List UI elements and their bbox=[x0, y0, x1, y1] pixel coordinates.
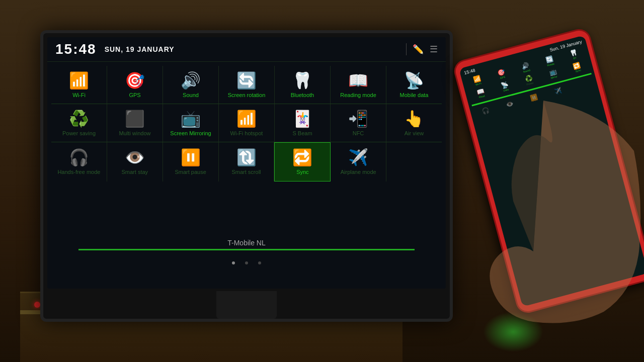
sync-toggle[interactable]: 🔁 Sync bbox=[274, 142, 331, 181]
wifi-icon: 📶 bbox=[69, 71, 89, 90]
phone-smartpause: ⏸️ bbox=[521, 90, 547, 105]
tv-frame: 15:48 SUN, 19 JANUARY ✏️ ☰ 📶 Wi-Fi 🎯 GPS bbox=[40, 30, 453, 322]
nfc-toggle[interactable]: 📲 NFC bbox=[331, 104, 386, 142]
phone-smartstay: 👁️ bbox=[497, 97, 523, 112]
gps-icon: 🎯 bbox=[125, 71, 145, 90]
smart-stay-label: Smart stay bbox=[122, 169, 148, 175]
reading-icon: 📖 bbox=[348, 71, 368, 90]
gps-toggle[interactable]: 🎯 GPS bbox=[107, 66, 163, 104]
grid-row-1: 📶 Wi-Fi 🎯 GPS 🔊 Sound 🔄 Screen rotation … bbox=[51, 66, 442, 104]
carrier-name: T-Mobile NL bbox=[55, 239, 438, 247]
rotation-icon: 🔄 bbox=[236, 71, 257, 90]
handsfree-toggle[interactable]: 🎧 Hands-free mode bbox=[51, 142, 107, 181]
sound-icon: 🔊 bbox=[181, 71, 201, 90]
tv-stand bbox=[216, 291, 277, 319]
airplane-label: Airplane mode bbox=[341, 169, 376, 175]
edit-icon: ✏️ bbox=[413, 44, 424, 55]
grid-row-3: 🎧 Hands-free mode 👁️ Smart stay ⏸️ Smart… bbox=[51, 142, 442, 181]
phone-airplane: ✈️ bbox=[545, 83, 571, 99]
smart-stay-toggle[interactable]: 👁️ Smart stay bbox=[107, 142, 163, 181]
power-saving-icon: ♻️ bbox=[69, 109, 89, 128]
screen-mirroring-icon: 📺 bbox=[181, 109, 201, 128]
bluetooth-icon: 🦷 bbox=[292, 71, 312, 90]
status-bar: 15:48 SUN, 19 JANUARY ✏️ ☰ bbox=[47, 37, 446, 62]
power-saving-toggle[interactable]: ♻️ Power saving bbox=[51, 104, 107, 142]
multi-window-toggle[interactable]: ⬛ Multi window bbox=[107, 104, 163, 142]
screen-mirroring-label: Screen Mirroring bbox=[170, 130, 211, 137]
smart-pause-label: Smart pause bbox=[175, 169, 206, 175]
bluetooth-label: Bluetooth bbox=[291, 92, 314, 99]
mobile-data-toggle[interactable]: 📡 Mobile data bbox=[386, 66, 442, 104]
beam-icon: 🃏 bbox=[292, 109, 312, 128]
nav-dot-3 bbox=[258, 261, 261, 264]
tv-screen: 15:48 SUN, 19 JANUARY ✏️ ☰ 📶 Wi-Fi 🎯 GPS bbox=[47, 37, 446, 289]
wifi-hotspot-toggle[interactable]: 📶 Wi-Fi hotspot bbox=[219, 104, 275, 142]
reading-label: Reading mode bbox=[340, 92, 376, 99]
multi-window-icon: ⬛ bbox=[125, 109, 145, 128]
rotation-label: Screen rotation bbox=[228, 92, 266, 99]
nav-dots bbox=[51, 258, 442, 267]
gps-label: GPS bbox=[129, 92, 140, 99]
handsfree-icon: 🎧 bbox=[69, 148, 89, 167]
bluetooth-toggle[interactable]: 🦷 Bluetooth bbox=[275, 66, 331, 104]
sync-icon: 🔁 bbox=[292, 148, 312, 167]
grid-row-2: ♻️ Power saving ⬛ Multi window 📺 Screen … bbox=[51, 104, 442, 142]
s-beam-toggle[interactable]: 🃏 S Beam bbox=[275, 104, 331, 142]
airplane-icon: ✈️ bbox=[348, 148, 368, 167]
divider bbox=[406, 43, 407, 55]
wifi-label: Wi-Fi bbox=[72, 92, 86, 99]
nfc-icon: 📲 bbox=[348, 109, 368, 128]
nav-dot-1 bbox=[232, 261, 235, 264]
sound-toggle[interactable]: 🔊 Sound bbox=[163, 66, 219, 104]
power-saving-label: Power saving bbox=[62, 130, 96, 137]
sync-label: Sync bbox=[296, 169, 308, 175]
beam-label: S Beam bbox=[292, 130, 312, 137]
hotspot-icon: 📶 bbox=[236, 109, 257, 128]
nfc-label: NFC bbox=[353, 130, 364, 137]
smart-scroll-toggle[interactable]: 🔃 Smart scroll bbox=[219, 142, 275, 181]
air-view-icon: 👆 bbox=[404, 109, 424, 128]
quick-settings-panel: 📶 Wi-Fi 🎯 GPS 🔊 Sound 🔄 Screen rotation … bbox=[47, 62, 446, 186]
nav-dot-2 bbox=[245, 261, 248, 264]
phone-handsfree: 🎧 bbox=[473, 103, 499, 118]
green-glow bbox=[483, 312, 543, 352]
carrier-progress bbox=[78, 249, 415, 250]
handsfree-label: Hands-free mode bbox=[57, 169, 100, 175]
reading-mode-toggle[interactable]: 📖 Reading mode bbox=[331, 66, 386, 104]
multi-window-label: Multi window bbox=[119, 130, 151, 137]
mobile-data-label: Mobile data bbox=[400, 92, 429, 99]
smart-scroll-label: Smart scroll bbox=[231, 169, 261, 175]
air-view-label: Air view bbox=[405, 130, 424, 137]
hotspot-label: Wi-Fi hotspot bbox=[230, 130, 263, 137]
screen-rotation-toggle[interactable]: 🔄 Screen rotation bbox=[219, 66, 275, 104]
date-display: SUN, 19 JANUARY bbox=[105, 45, 175, 53]
smart-pause-icon: ⏸️ bbox=[181, 148, 201, 167]
air-view-toggle[interactable]: 👆 Air view bbox=[386, 104, 442, 142]
list-icon: ☰ bbox=[430, 44, 438, 55]
mobile-data-icon: 📡 bbox=[404, 71, 424, 90]
smart-stay-icon: 👁️ bbox=[125, 148, 145, 167]
smart-pause-toggle[interactable]: ⏸️ Smart pause bbox=[163, 142, 219, 181]
status-icons: ✏️ ☰ bbox=[406, 43, 438, 55]
sound-label: Sound bbox=[183, 92, 199, 99]
wifi-toggle[interactable]: 📶 Wi-Fi bbox=[51, 66, 107, 104]
airplane-mode-toggle[interactable]: ✈️ Airplane mode bbox=[331, 142, 386, 181]
carrier-bar: T-Mobile NL bbox=[51, 235, 442, 254]
smart-scroll-icon: 🔃 bbox=[236, 148, 257, 167]
led-light bbox=[34, 302, 40, 308]
clock: 15:48 bbox=[55, 41, 97, 57]
screen-mirroring-toggle[interactable]: 📺 Screen Mirroring bbox=[163, 104, 219, 142]
